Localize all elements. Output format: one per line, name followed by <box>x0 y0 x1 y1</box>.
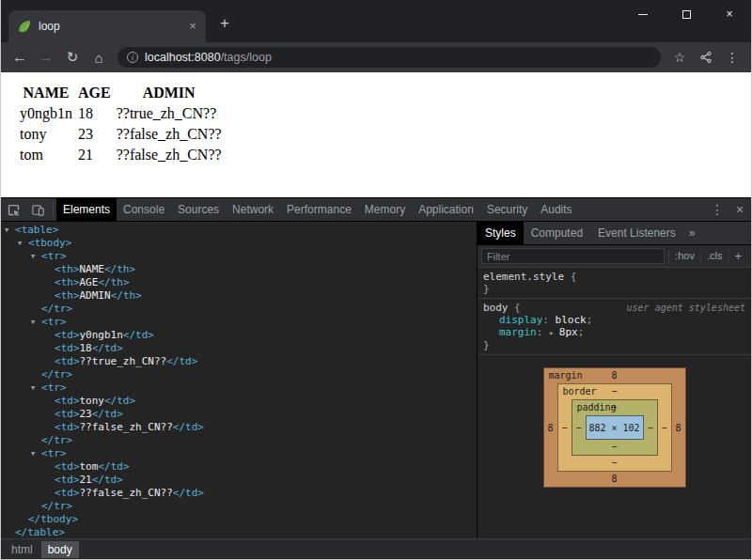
dom-tree-line[interactable]: <td>y0ngb1n</td> <box>5 329 477 342</box>
devtools-tab-audits[interactable]: Audits <box>534 198 578 222</box>
browser-menu-icon[interactable]: ⋮ <box>719 44 745 70</box>
address-bar[interactable]: i localhost:8080/tags/loop <box>118 47 661 68</box>
dom-tree-line[interactable]: <td>??true_zh_CN??</td> <box>5 355 477 368</box>
padding-right-value[interactable]: − <box>644 415 657 440</box>
border-label: border <box>563 384 597 399</box>
shorthand-expand-icon[interactable]: ▸ <box>549 328 559 337</box>
page-table: NAMEAGEADMIN y0ngb1n18??true_zh_CN??tony… <box>16 82 226 166</box>
dom-tree-line[interactable]: <th>ADMIN</th> <box>5 289 477 303</box>
tab-close-icon[interactable]: × <box>185 19 200 34</box>
dom-tree-line[interactable]: </tbody> <box>5 513 477 526</box>
devtools-tabs: ElementsConsoleSourcesNetworkPerformance… <box>56 198 579 222</box>
table-cell: tom <box>18 146 74 164</box>
border-top-value[interactable]: − <box>611 386 617 397</box>
sidebar-tab-computed[interactable]: Computed <box>524 222 590 245</box>
expand-arrow-icon[interactable]: ▼ <box>5 224 15 237</box>
new-tab-button[interactable]: + <box>212 11 238 38</box>
dom-tree-line[interactable]: </tr> <box>5 368 477 381</box>
devtools-tab-performance[interactable]: Performance <box>280 198 358 222</box>
margin-bottom-value[interactable]: 8 <box>544 472 685 487</box>
forward-button[interactable]: → <box>33 44 59 70</box>
devtools-tab-memory[interactable]: Memory <box>358 198 412 222</box>
breadcrumb-body[interactable]: body <box>41 541 79 558</box>
margin-label: margin <box>549 368 583 383</box>
dom-tree-line[interactable]: <td>??false_zh_CN??</td> <box>5 421 477 434</box>
extension-icon[interactable] <box>693 44 719 70</box>
margin-left-value[interactable]: 8 <box>544 383 557 472</box>
border-right-value[interactable]: − <box>658 399 671 456</box>
rule-selector[interactable]: body <box>483 302 509 314</box>
element-classes-button[interactable]: .cls <box>700 249 728 263</box>
sidebar-tab-event-listeners[interactable]: Event Listeners <box>590 222 683 245</box>
devtools-tab-application[interactable]: Application <box>412 198 480 222</box>
back-button[interactable]: ← <box>7 44 33 70</box>
box-model-border[interactable]: border− − padding− − 882 × 102 <box>557 383 672 472</box>
pseudo-state-button[interactable]: :hov <box>668 249 700 263</box>
dom-tree-line[interactable]: </tr> <box>5 500 477 513</box>
dom-tree-line[interactable]: <th>AGE</th> <box>5 276 477 289</box>
window-controls: × <box>621 0 751 28</box>
devtools-tab-console[interactable]: Console <box>117 198 171 222</box>
tab-strip: loop × + × <box>1 0 751 42</box>
box-model-content[interactable]: 882 × 102 <box>586 415 644 440</box>
expand-arrow-icon[interactable]: ▼ <box>31 381 41 395</box>
border-left-value[interactable]: − <box>558 399 572 456</box>
dom-tree-line[interactable]: </tr> <box>5 434 477 447</box>
maximize-button[interactable] <box>665 0 708 28</box>
inspect-element-icon[interactable] <box>1 198 25 221</box>
devtools-tab-sources[interactable]: Sources <box>171 198 226 222</box>
devtools-tab-elements[interactable]: Elements <box>56 198 117 222</box>
expand-arrow-icon[interactable]: ▼ <box>31 250 41 263</box>
minimize-icon <box>638 14 648 15</box>
sidebar-tab-styles[interactable]: Styles <box>478 222 524 245</box>
dom-tree-line[interactable]: ▼<tr> <box>5 316 477 329</box>
dom-tree-line[interactable]: ▼<tbody> <box>5 237 477 250</box>
css-property-value: block <box>556 314 587 326</box>
dom-tree-line[interactable]: ▼<tr> <box>5 250 477 263</box>
padding-bottom-value[interactable]: − <box>572 440 657 455</box>
reload-button[interactable]: ↻ <box>59 44 86 70</box>
device-toolbar-icon[interactable] <box>25 198 50 221</box>
dom-tree-line[interactable]: <td>tom</td> <box>5 460 477 474</box>
dom-tree-line[interactable]: <td>21</td> <box>5 474 477 487</box>
dom-tree-line[interactable]: ▼<tr> <box>5 447 477 460</box>
border-bottom-value[interactable]: − <box>558 456 671 471</box>
bookmark-star-icon[interactable]: ☆ <box>666 44 693 70</box>
breadcrumb-html[interactable]: html <box>5 541 39 558</box>
page-info-icon[interactable]: i <box>127 52 138 63</box>
box-model-padding[interactable]: padding− − 882 × 102 − − <box>572 399 658 456</box>
new-style-rule-button[interactable]: + <box>728 249 747 263</box>
dom-tree-line[interactable]: <td>23</td> <box>5 408 477 421</box>
dom-tree-line[interactable]: ▼<table> <box>5 224 477 237</box>
expand-arrow-icon[interactable]: ▼ <box>18 237 28 250</box>
url-host: localhost:8080 <box>145 51 221 64</box>
dom-tree-line[interactable]: <td>??false_zh_CN??</td> <box>5 487 477 500</box>
margin-top-value[interactable]: 8 <box>611 370 617 381</box>
css-property-line[interactable]: margin: ▸ 8px; <box>483 326 745 339</box>
window-close-button[interactable]: × <box>708 0 751 28</box>
box-model-margin[interactable]: margin8 8 border− − padding− <box>543 367 686 488</box>
dom-tree-line[interactable]: <td>18</td> <box>5 342 477 355</box>
expand-arrow-icon[interactable]: ▼ <box>31 316 41 329</box>
page-content: NAMEAGEADMIN y0ngb1n18??true_zh_CN??tony… <box>1 72 751 197</box>
styles-filter-input[interactable] <box>481 248 665 264</box>
devtools-tab-network[interactable]: Network <box>226 198 280 222</box>
expand-arrow-icon[interactable]: ▼ <box>31 447 41 460</box>
padding-left-value[interactable]: − <box>572 415 586 440</box>
dom-tree-line[interactable]: </table> <box>5 526 477 538</box>
rule-selector[interactable]: element.style <box>483 271 564 283</box>
margin-right-value[interactable]: 8 <box>672 383 685 472</box>
sidebar-overflow-chevron[interactable]: » <box>683 226 701 240</box>
devtools-tab-security[interactable]: Security <box>480 198 534 222</box>
table-cell: ??false_zh_CN?? <box>115 146 224 164</box>
css-property-line[interactable]: display: block; <box>483 314 745 326</box>
browser-tab[interactable]: loop × <box>8 10 206 42</box>
devtools-menu-icon[interactable]: ⋮ <box>706 198 728 221</box>
home-button[interactable]: ⌂ <box>86 44 112 70</box>
dom-tree-line[interactable]: ▼<tr> <box>5 381 477 395</box>
devtools-close-icon[interactable]: × <box>728 198 751 221</box>
dom-tree-line[interactable]: <th>NAME</th> <box>5 263 477 276</box>
dom-tree-line[interactable]: </tr> <box>5 303 477 316</box>
minimize-button[interactable] <box>621 0 665 28</box>
dom-tree-line[interactable]: <td>tony</td> <box>5 395 477 408</box>
